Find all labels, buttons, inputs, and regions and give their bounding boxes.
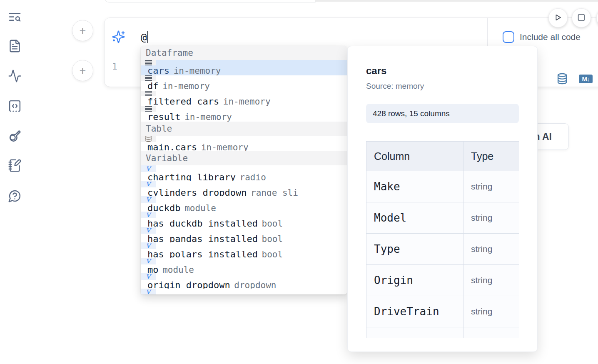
item-kind-gutter: v	[141, 196, 156, 203]
scratchpad-icon	[8, 167, 22, 174]
variable-icon: v	[146, 227, 150, 234]
autocomplete-item[interactable]: v filtered_cars in-memory	[141, 91, 277, 106]
item-name: df	[147, 81, 159, 91]
dataframe-rows-icon	[145, 106, 152, 112]
stop-button[interactable]	[572, 8, 591, 27]
item-name: main.cars	[147, 142, 197, 152]
autocomplete-row[interactable]: v mo module	[141, 258, 347, 273]
autocomplete-item[interactable]: v cars in-memory	[141, 60, 227, 75]
item-kind-gutter: v	[141, 75, 156, 81]
dataframe-rows-icon	[145, 60, 152, 65]
column-header: Column	[366, 142, 463, 171]
line-number: 1	[112, 62, 117, 72]
autocomplete-item[interactable]: v cylinders_dropdown range_sli	[141, 181, 298, 196]
schema-column-type: string	[463, 296, 519, 327]
item-name: has_pandas_installed	[147, 234, 258, 242]
schema-column-name: Model	[366, 202, 463, 234]
autocomplete-item[interactable]: v result in-memory	[141, 106, 238, 122]
sidebar-item-files[interactable]	[7, 39, 22, 53]
item-type: radio	[240, 172, 266, 181]
sidebar-item-outline-search[interactable]	[7, 10, 22, 24]
item-name: filtered_cars	[147, 96, 219, 107]
autocomplete-row[interactable]: v duckdb module	[141, 196, 347, 212]
autocomplete-row[interactable]: v has_duckdb_installed bool	[141, 212, 347, 227]
schema-header-row: Column Type	[366, 142, 519, 171]
item-type: in-memory	[174, 66, 221, 76]
variable-icon: v	[146, 273, 150, 280]
autocomplete-row[interactable]: v cars in-memory	[141, 60, 347, 75]
sidebar-item-scratchpad[interactable]	[7, 159, 22, 173]
schema-row	[366, 327, 519, 339]
schema-table: Column Type Make string Model str	[366, 141, 519, 338]
item-type: in-memory	[201, 142, 249, 152]
autocomplete-row[interactable]: v origin_dropdown dropdown	[141, 273, 347, 289]
schema-table-container: Column Type Make string Model str	[366, 141, 519, 338]
autocomplete-row[interactable]: v filtered_cars in-memory	[141, 91, 347, 106]
item-name: has_polars_installed	[147, 249, 258, 258]
autocomplete-row[interactable]: v has_pandas_installed bool	[141, 227, 347, 242]
prompt-text: @	[141, 31, 148, 43]
autocomplete-item[interactable]: v main.cars in-memory	[141, 136, 254, 151]
autocomplete-item[interactable]: v has_polars_installed bool	[141, 242, 289, 258]
include-all-code-checkbox[interactable]	[503, 31, 514, 43]
key-icon	[8, 137, 22, 144]
variable-icon: v	[146, 212, 150, 218]
autocomplete-row[interactable]: v main.cars in-memory	[141, 136, 347, 151]
item-kind-gutter: v	[141, 273, 156, 280]
item-type: module	[184, 203, 216, 212]
variable-icon: v	[146, 258, 150, 264]
sidebar-item-help[interactable]	[7, 189, 22, 203]
schema-row: Model string	[366, 202, 519, 234]
autocomplete-row[interactable]: v has_polars_installed bool	[141, 242, 347, 258]
type-header: Type	[463, 142, 519, 171]
stop-icon	[577, 13, 586, 23]
autocomplete-row[interactable]: v result in-memory	[141, 106, 347, 122]
item-name: origin_dropdown	[147, 280, 230, 289]
autocomplete-item[interactable]: v df in-memory	[141, 75, 216, 91]
add-cell-below-button[interactable]: +	[72, 60, 93, 81]
autocomplete-item[interactable]: v duckdb module	[141, 196, 222, 212]
sidebar-item-snippets[interactable]	[7, 99, 22, 113]
add-cell-above-button[interactable]: +	[72, 20, 93, 41]
schema-row: DriveTrain string	[366, 296, 519, 327]
sidebar-item-secrets[interactable]	[7, 129, 22, 143]
autocomplete-row[interactable]: v df in-memory	[141, 75, 347, 91]
autocomplete-item[interactable]: v has_duckdb_installed bool	[141, 212, 289, 227]
datasource-button[interactable]	[556, 73, 568, 85]
autocomplete-row[interactable]: v charting_library radio	[141, 165, 347, 181]
item-name: mo	[147, 264, 159, 273]
item-name: charting_library	[147, 172, 236, 181]
sidebar	[0, 0, 29, 364]
item-name: has_duckdb_installed	[147, 218, 258, 227]
markdown-convert-button[interactable]: M↓	[579, 75, 593, 83]
schema-column-name: Type	[366, 234, 463, 265]
item-type: dropdown	[234, 280, 276, 289]
autocomplete-row[interactable]: Table v	[141, 122, 347, 136]
schema-column-name: Make	[366, 171, 463, 202]
activity-icon	[8, 78, 22, 84]
autocomplete-row[interactable]: Variable v	[141, 151, 347, 165]
run-cell-button[interactable]	[548, 8, 568, 27]
autocomplete-item[interactable]: v has_pandas_installed bool	[141, 227, 289, 242]
autocomplete-item[interactable]: v mo module	[141, 258, 200, 273]
previous-cell-edge	[104, 0, 316, 2]
item-kind-gutter: v	[141, 106, 156, 112]
item-name: duckdb	[147, 203, 180, 212]
autocomplete-row[interactable]: v cylinders_dropdown range_sli	[141, 181, 347, 196]
autocomplete-popover: Dataframe v v	[141, 46, 347, 294]
table-database-icon	[145, 136, 152, 142]
item-kind-gutter: v	[141, 136, 156, 142]
autocomplete-item[interactable]: v origin_dropdown dropdown	[141, 273, 282, 289]
markdown-icon: M↓	[582, 75, 590, 82]
item-type: in-memory	[184, 112, 232, 122]
autocomplete-row[interactable]: Dataframe v	[141, 46, 347, 60]
autocomplete-row[interactable]: v pd module	[141, 289, 347, 294]
section-header: Dataframe	[146, 46, 347, 60]
dataframe-rows-icon	[145, 75, 152, 81]
variable-icon: v	[146, 242, 150, 249]
item-name: result	[147, 112, 180, 122]
autocomplete-item[interactable]: v charting_library radio	[141, 165, 272, 181]
autocomplete-item[interactable]: v pd module	[141, 289, 200, 294]
schema-column-type: string	[463, 171, 519, 202]
sidebar-item-activity[interactable]	[7, 69, 22, 83]
